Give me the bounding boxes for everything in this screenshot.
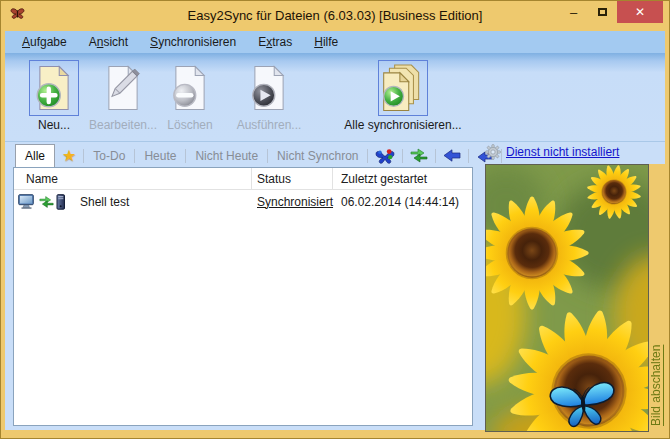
table-row[interactable]: Shell test Synchronisiert 06.02.2014 (14… [14, 190, 472, 213]
arrow-left-icon [443, 149, 461, 162]
tab-all-types[interactable] [368, 145, 402, 167]
menu-extras[interactable]: Extras [247, 32, 303, 52]
titlebar: Easy2Sync für Dateien (6.03.03) [Busines… [1, 1, 669, 31]
filter-tabbar: Alle ★ To-Do Heute Nicht Heute Nicht Syn… [13, 144, 502, 167]
menu-ansicht[interactable]: Ansicht [78, 32, 139, 52]
star-icon: ★ [62, 148, 76, 164]
sync-arrows-icon [39, 195, 54, 209]
sunflower-photo [485, 164, 649, 432]
tab-one-way[interactable] [436, 145, 468, 167]
computer-icon [18, 194, 37, 209]
tab-nicht-synchron[interactable]: Nicht Synchron [268, 145, 367, 167]
run-task-button: Ausführen... [223, 61, 315, 132]
run-task-label: Ausführen... [237, 118, 302, 132]
document-pencil-icon [103, 65, 143, 111]
tab-todo[interactable]: To-Do [84, 145, 134, 167]
service-status: Dienst nicht installiert [485, 142, 619, 162]
list-header: Name Status Zuletzt gestartet [14, 168, 472, 190]
image-toggle-link[interactable]: Bild abschalten [649, 164, 667, 430]
document-minus-icon [170, 65, 210, 111]
tab-nicht-heute[interactable]: Nicht Heute [186, 145, 267, 167]
service-install-link[interactable]: Dienst nicht installiert [506, 145, 619, 159]
tab-alle[interactable]: Alle [15, 144, 55, 167]
document-plus-icon [34, 65, 74, 111]
document-play-icon [249, 65, 289, 111]
column-header-name[interactable]: Name [14, 168, 252, 189]
menu-synchronisieren[interactable]: Synchronisieren [139, 32, 247, 52]
documents-play-icon [380, 64, 426, 112]
minimize-icon: – [570, 5, 577, 20]
menubar: Aufgabe Ansicht Synchronisieren Extras H… [5, 31, 665, 53]
gear-icon [485, 144, 501, 160]
task-last-started: 06.02.2014 (14:44:14) [333, 195, 472, 209]
task-status-link[interactable]: Synchronisiert [257, 195, 333, 209]
delete-task-button: Löschen [145, 61, 235, 132]
sync-all-button[interactable]: Alle synchronisieren... [335, 61, 471, 132]
sync-all-label: Alle synchronisieren... [344, 118, 461, 132]
task-name: Shell test [80, 195, 129, 209]
new-task-label: Neu... [38, 118, 70, 132]
drive-icon [56, 194, 66, 210]
app-window: Easy2Sync für Dateien (6.03.03) [Busines… [0, 0, 670, 439]
maximize-icon [598, 8, 607, 16]
sync-arrows-icon [410, 148, 428, 163]
butterfly-app-icon [9, 7, 26, 23]
maximize-button[interactable] [588, 1, 617, 23]
close-icon: ✕ [635, 5, 645, 19]
toolbar: Neu... Bearbeiten... Löschen [5, 53, 665, 142]
tab-heute[interactable]: Heute [135, 145, 185, 167]
menu-hilfe[interactable]: Hilfe [303, 32, 349, 52]
column-header-status[interactable]: Status [252, 168, 333, 189]
tab-favorites[interactable]: ★ [55, 145, 83, 167]
menu-aufgabe[interactable]: Aufgabe [11, 32, 78, 52]
window-title: Easy2Sync für Dateien (6.03.03) [Busines… [61, 8, 609, 23]
close-button[interactable]: ✕ [617, 1, 663, 23]
task-list: Name Status Zuletzt gestartet [13, 167, 473, 426]
tab-bidirectional[interactable] [403, 145, 435, 167]
column-header-last-started[interactable]: Zuletzt gestartet [333, 168, 472, 189]
delete-task-label: Löschen [167, 118, 212, 132]
butterfly-colored-icon [375, 148, 395, 164]
minimize-button[interactable]: – [559, 1, 588, 23]
